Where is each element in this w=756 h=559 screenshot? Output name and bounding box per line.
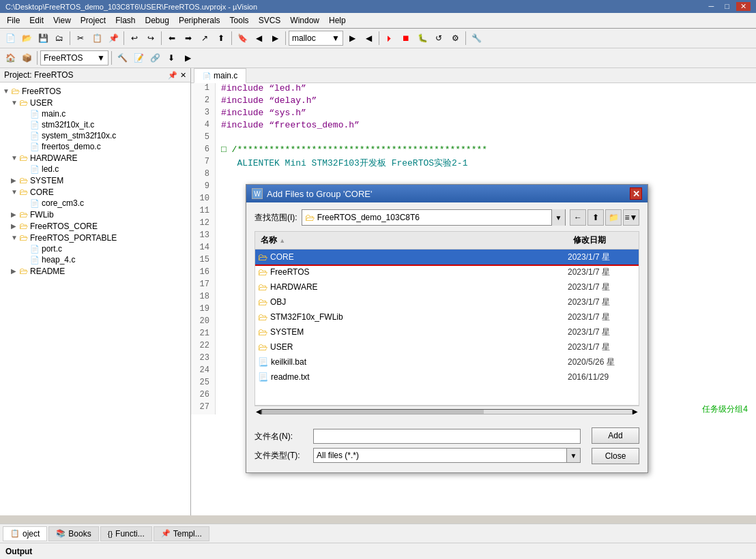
bottom-tab-books[interactable]: 📚 Books xyxy=(48,526,98,541)
filetype-dropdown[interactable]: All files (*.*) ▼ xyxy=(313,448,581,463)
dialog-title: Add Files to Group 'CORE' xyxy=(267,189,373,199)
file-item-user[interactable]: 🗁 USER 2023/1/7 星 xyxy=(255,339,639,354)
file-date: 2023/1/7 星 xyxy=(568,297,636,308)
file-date: 2023/1/7 星 xyxy=(568,342,636,353)
nav-view-btn[interactable]: ≡▼ xyxy=(623,209,639,226)
bottom-tab-label: Templ... xyxy=(173,529,202,539)
file-date: 2023/1/7 星 xyxy=(568,312,636,323)
scroll-track[interactable] xyxy=(261,409,633,414)
file-name: readme.txt xyxy=(271,372,568,382)
look-in-label: 查找范围(I): xyxy=(255,212,297,224)
filetype-label: 文件类型(T): xyxy=(255,450,309,462)
functi-tab-icon: {} xyxy=(108,530,113,538)
templ-tab-icon: 📌 xyxy=(161,529,171,538)
file-date: 2020/5/26 星 xyxy=(568,357,636,368)
dialog-overlay: W Add Files to Group 'CORE' ✕ 查找范围(I): 🗁… xyxy=(0,0,756,559)
filename-input[interactable] xyxy=(313,429,581,444)
filename-label: 文件名(N): xyxy=(255,431,309,442)
bottom-tabs: 📋 oject 📚 Books {} Functi... 📌 Templ... xyxy=(0,524,756,543)
file-item-freertos[interactable]: 🗁 FreeRTOS 2023/1/7 星 xyxy=(255,265,639,280)
dialog-action-buttons: Add Close xyxy=(592,427,639,464)
nav-buttons: ← ⬆ 📁 ≡▼ xyxy=(570,209,639,226)
add-button[interactable]: Add xyxy=(592,427,639,444)
file-name: SYSTEM xyxy=(270,327,568,337)
bottom-tab-label: Functi... xyxy=(115,529,145,539)
output-bar: Output xyxy=(0,543,756,559)
nav-new-folder-btn[interactable]: 📁 xyxy=(605,209,622,226)
scroll-thumb[interactable] xyxy=(262,410,484,414)
file-name: FreeRTOS xyxy=(270,267,568,277)
dialog-titlebar: W Add Files to Group 'CORE' ✕ xyxy=(246,185,648,202)
folder-icon: 🗁 xyxy=(258,282,267,292)
file-icon: 📃 xyxy=(258,357,268,367)
dialog-body: 查找范围(I): 🗁 FreeRTOS_demo_103C8T6 ▼ ← ⬆ 📁… xyxy=(246,202,648,423)
h-scrollbar[interactable]: ◀ ▶ xyxy=(255,406,639,417)
col-name-header[interactable]: 名称 ▲ xyxy=(255,233,570,247)
file-date: 2023/1/7 星 xyxy=(568,282,636,293)
folder-icon: 🗁 xyxy=(258,252,267,262)
folder-icon: 🗁 xyxy=(258,312,267,322)
project-tab-icon: 📋 xyxy=(10,529,20,538)
file-item-obj[interactable]: 🗁 OBJ 2023/1/7 星 xyxy=(255,294,639,309)
scroll-left-btn[interactable]: ◀ xyxy=(256,408,261,415)
dialog-close-btn[interactable]: ✕ xyxy=(630,187,642,200)
file-name: STM32F10x_FWLib xyxy=(270,312,568,322)
file-item-stm32fwlib[interactable]: 🗁 STM32F10x_FWLib 2023/1/7 星 xyxy=(255,309,639,324)
file-name: HARDWARE xyxy=(270,282,568,292)
file-date: 2016/11/29 xyxy=(568,372,636,382)
look-in-text: FreeRTOS_demo_103C8T6 xyxy=(317,213,420,222)
file-list-header: 名称 ▲ 修改日期 xyxy=(255,231,639,249)
add-files-dialog: W Add Files to Group 'CORE' ✕ 查找范围(I): 🗁… xyxy=(246,184,648,473)
file-icon: 📃 xyxy=(258,372,268,382)
filetype-value: All files (*.*) xyxy=(313,448,567,463)
col-date-header[interactable]: 修改日期 xyxy=(570,233,639,247)
bottom-tab-project[interactable]: 📋 oject xyxy=(3,526,47,541)
folder-icon: 🗁 xyxy=(258,267,267,277)
file-item-readme[interactable]: 📃 readme.txt 2016/11/29 xyxy=(255,369,639,384)
file-date: 2023/1/7 星 xyxy=(568,267,636,278)
nav-up-btn[interactable]: ⬆ xyxy=(587,209,604,226)
file-date: 2023/1/7 星 xyxy=(568,252,636,263)
look-in-row: 查找范围(I): 🗁 FreeRTOS_demo_103C8T6 ▼ ← ⬆ 📁… xyxy=(255,209,639,226)
bottom-tab-label: oject xyxy=(23,529,40,539)
file-name: keilkill.bat xyxy=(271,357,568,367)
file-item-keilkill[interactable]: 📃 keilkill.bat 2020/5/26 星 xyxy=(255,354,639,369)
folder-icon: 🗁 xyxy=(258,297,267,307)
filename-row: 文件名(N): xyxy=(255,429,639,444)
dialog-title-icon: W xyxy=(252,188,263,199)
file-item-core[interactable]: 🗁 CORE 2023/1/7 星 xyxy=(255,250,639,265)
books-tab-icon: 📚 xyxy=(56,529,66,538)
look-in-dropdown[interactable]: 🗁 FreeRTOS_demo_103C8T6 ▼ xyxy=(302,209,566,226)
file-list-area[interactable]: 🗁 CORE 2023/1/7 星 🗁 FreeRTOS 2023/1/7 星 … xyxy=(255,249,639,406)
folder-icon: 🗁 xyxy=(258,327,267,337)
sort-arrow: ▲ xyxy=(279,237,285,244)
col-name-label: 名称 xyxy=(261,235,277,245)
look-in-value: 🗁 FreeRTOS_demo_103C8T6 xyxy=(302,212,551,223)
dialog-bottom: 文件名(N): 文件类型(T): All files (*.*) ▼ Add C… xyxy=(246,423,648,472)
scroll-right-btn[interactable]: ▶ xyxy=(633,408,638,415)
output-label: Output xyxy=(5,547,32,556)
filetype-row: 文件类型(T): All files (*.*) ▼ xyxy=(255,448,639,463)
folder-icon: 🗁 xyxy=(305,212,315,223)
file-name: OBJ xyxy=(270,297,568,307)
look-in-arrow[interactable]: ▼ xyxy=(551,209,565,226)
nav-back-btn[interactable]: ← xyxy=(570,209,586,226)
bottom-tab-templ[interactable]: 📌 Templ... xyxy=(154,526,209,541)
folder-icon: 🗁 xyxy=(258,342,267,352)
file-item-system[interactable]: 🗁 SYSTEM 2023/1/7 星 xyxy=(255,324,639,339)
close-button[interactable]: Close xyxy=(592,448,639,464)
file-name: USER xyxy=(270,342,568,352)
bottom-tab-label: Books xyxy=(68,529,91,539)
file-name: CORE xyxy=(270,252,568,262)
file-date: 2023/1/7 星 xyxy=(568,327,636,338)
bottom-tab-functi[interactable]: {} Functi... xyxy=(100,526,152,541)
filetype-arrow[interactable]: ▼ xyxy=(567,448,581,463)
file-item-hardware[interactable]: 🗁 HARDWARE 2023/1/7 星 xyxy=(255,280,639,294)
